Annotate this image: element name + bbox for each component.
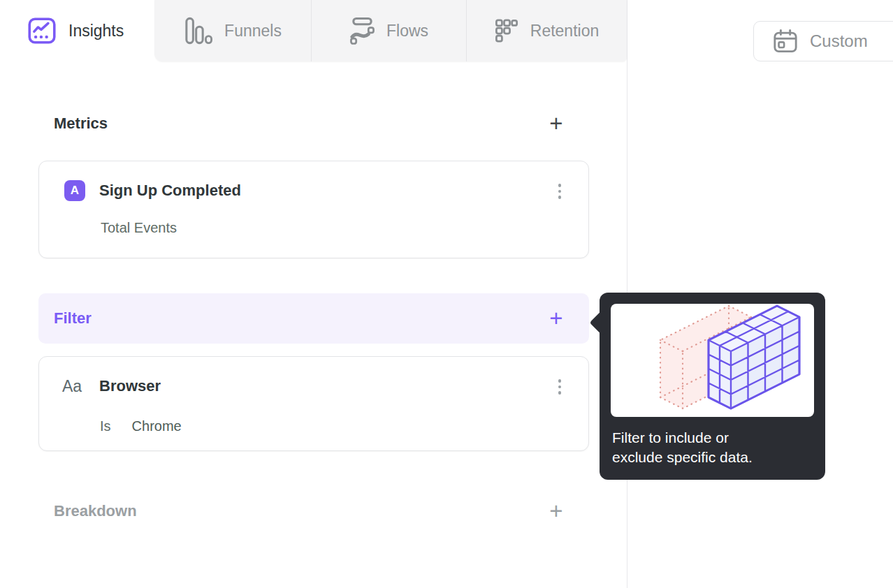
- kebab-menu-icon[interactable]: [552, 376, 567, 398]
- tooltip-text: Filter to include or exclude specific da…: [612, 428, 753, 467]
- tab-flows[interactable]: Flows: [311, 0, 466, 61]
- metric-letter-badge: A: [64, 180, 85, 201]
- metric-event-name[interactable]: Sign Up Completed: [99, 180, 241, 201]
- tab-label: Retention: [530, 22, 599, 41]
- filter-property-name[interactable]: Browser: [99, 376, 161, 397]
- metric-card[interactable]: A Sign Up Completed Total Events: [38, 161, 589, 258]
- breakdown-heading: Breakdown: [38, 502, 137, 520]
- tab-label: Funnels: [224, 22, 282, 41]
- filter-operator[interactable]: Is: [100, 418, 111, 434]
- metrics-section-header: Metrics +: [38, 108, 589, 140]
- tab-retention[interactable]: Retention: [466, 0, 627, 61]
- date-range-custom-button[interactable]: Custom: [753, 21, 893, 61]
- retention-grid-icon: [495, 19, 519, 43]
- funnel-bars-icon: [184, 17, 213, 45]
- text-property-icon: Aa: [62, 375, 82, 397]
- add-breakdown-button[interactable]: +: [544, 499, 568, 523]
- metrics-heading: Metrics: [38, 115, 108, 133]
- flows-stream-icon: [349, 17, 375, 45]
- tab-label: Flows: [386, 22, 428, 41]
- tab-insights[interactable]: Insights: [0, 0, 154, 61]
- calendar-icon: [773, 29, 798, 54]
- filter-heading: Filter: [38, 309, 92, 328]
- date-range-label: Custom: [810, 31, 868, 51]
- inactive-tab-group: Funnels Flows: [154, 0, 627, 61]
- metric-aggregation[interactable]: Total Events: [101, 220, 177, 236]
- tab-label: Insights: [68, 22, 124, 41]
- filter-value[interactable]: Chrome: [132, 418, 182, 434]
- filter-card[interactable]: Aa Browser Is Chrome: [38, 356, 589, 451]
- insights-report-builder: Insights Funnels Flows: [0, 0, 893, 588]
- tooltip-illustration-frame: [611, 304, 814, 417]
- filter-section-header[interactable]: Filter +: [38, 293, 589, 344]
- filter-tooltip: Filter to include or exclude specific da…: [600, 293, 825, 480]
- tooltip-text-line2: exclude specific data.: [612, 448, 753, 467]
- tab-funnels[interactable]: Funnels: [154, 0, 311, 61]
- kebab-menu-icon[interactable]: [552, 180, 567, 203]
- tooltip-text-line1: Filter to include or: [612, 428, 753, 448]
- add-filter-button[interactable]: +: [544, 307, 568, 330]
- insights-chart-icon: [28, 17, 56, 44]
- breakdown-section-header: Breakdown +: [38, 494, 589, 528]
- filter-cube-illustration: [611, 304, 814, 417]
- filter-condition: Is Chrome: [100, 418, 182, 434]
- add-metric-button[interactable]: +: [544, 112, 568, 135]
